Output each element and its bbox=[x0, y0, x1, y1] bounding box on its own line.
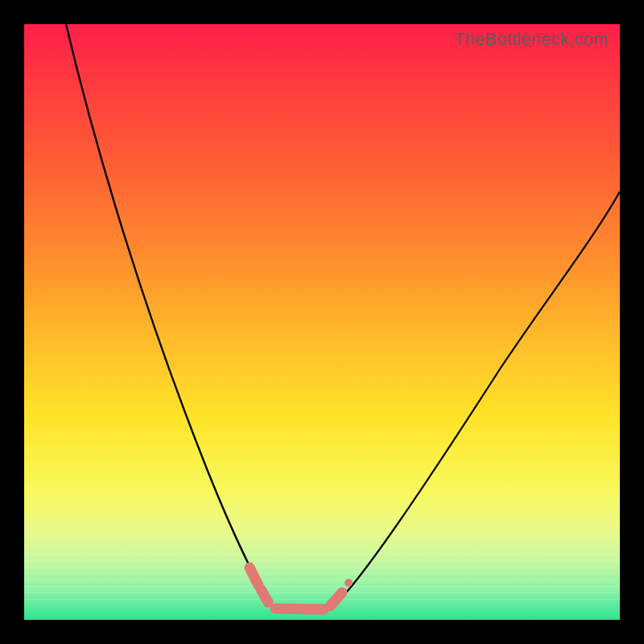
curve-layer bbox=[24, 24, 620, 620]
marker-right-dot bbox=[345, 579, 353, 587]
marker-left-bottom bbox=[261, 589, 268, 602]
marker-right bbox=[330, 592, 342, 606]
curve-left-branch bbox=[66, 24, 270, 604]
outer-frame: TheBottleneck.com bbox=[0, 0, 644, 644]
marker-floor bbox=[275, 609, 324, 609]
marker-left-top bbox=[250, 568, 258, 585]
plot-area: TheBottleneck.com bbox=[24, 24, 620, 620]
marker-group bbox=[250, 568, 353, 609]
curve-right-branch bbox=[334, 192, 620, 605]
